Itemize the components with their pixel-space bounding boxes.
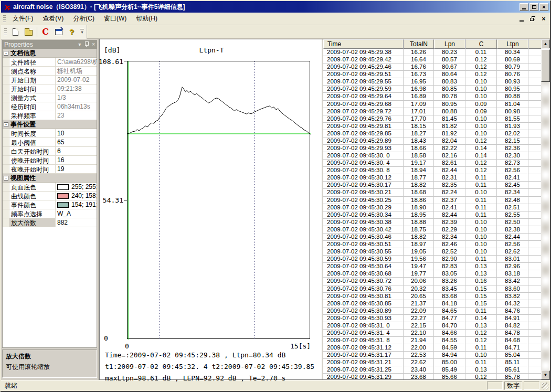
menu-view[interactable]: 查看(V) <box>38 13 68 25</box>
collapse-icon[interactable]: - <box>4 122 8 127</box>
property-value[interactable]: 栎社机场 <box>56 67 97 75</box>
table-scrollbar[interactable]: ▲ ▼ <box>541 39 550 379</box>
collapse-icon[interactable]: - <box>4 51 8 56</box>
property-row[interactable]: 事件颜色154; 191; 18 <box>3 200 97 209</box>
table-row[interactable]: 2009-07-02 09:45:30. 818.9482.440.1282.5… <box>323 167 541 174</box>
table-row[interactable]: 2009-07-02 09:45:31.1722.5384.940.1085.0… <box>323 352 541 359</box>
category-row[interactable]: -视图属性 <box>3 174 97 183</box>
table-row[interactable]: 2009-07-02 09:45:30.7620.3283.450.1583.6… <box>323 285 541 293</box>
table-row[interactable]: 2009-07-02 09:45:29.7217.0180.880.0980.9… <box>323 108 541 115</box>
menu-grip[interactable] <box>3 15 6 23</box>
table-row[interactable]: 2009-07-02 09:45:30.7220.0683.260.1683.4… <box>323 278 541 285</box>
table-row[interactable]: 2009-07-02 09:45:30. 018.5882.160.1482.3… <box>323 152 541 160</box>
property-value[interactable]: 09:21:38 <box>56 84 97 93</box>
property-value[interactable]: 154; 191; 18 <box>56 200 97 209</box>
table-row[interactable]: 2009-07-02 09:45:30.8120.6583.680.1583.8… <box>323 293 541 300</box>
column-header-Ltpn[interactable]: Ltpn <box>497 39 528 49</box>
property-row[interactable]: 经历时间06h34m13s <box>3 102 97 111</box>
table-row[interactable]: 2009-07-02 09:45:29.3816.2680.230.1180.3… <box>323 49 541 56</box>
panel-close-icon[interactable]: × <box>92 42 95 47</box>
table-row[interactable]: 2009-07-02 09:45:29.8118.1581.820.1081.9… <box>323 123 541 130</box>
table-row[interactable]: 2009-07-02 09:45:30.2118.6882.240.1082.3… <box>323 189 541 196</box>
collapse-icon[interactable]: - <box>4 176 8 181</box>
table-row[interactable]: 2009-07-02 09:45:29.6416.8980.780.1080.8… <box>323 93 541 100</box>
table-row[interactable]: 2009-07-02 09:45:30.2518.8682.370.1182.4… <box>323 197 541 204</box>
property-row[interactable]: 测量方式1/3 <box>3 93 97 102</box>
table-row[interactable]: 2009-07-02 09:45:31.2122.6285.000.1185.1… <box>323 359 541 366</box>
table-row[interactable]: 2009-07-02 09:45:29.4616.7680.670.1280.7… <box>323 63 541 71</box>
table-row[interactable]: 2009-07-02 09:45:30.4218.7582.290.1082.3… <box>323 226 541 234</box>
close-button[interactable]: × <box>539 3 548 11</box>
property-value[interactable]: 882 <box>56 218 97 227</box>
help-button[interactable]: ? <box>66 26 78 38</box>
chart-panel[interactable]: [dB] Ltpn-T 108.61 54.31 0 0 15[s] Time=… <box>100 39 323 379</box>
category-row[interactable]: -事件设置 <box>3 120 97 129</box>
toolbar-grip[interactable] <box>4 28 7 36</box>
c-weighting-button[interactable]: C <box>39 26 51 38</box>
property-row[interactable]: 测点名称栎社机场 <box>3 67 97 76</box>
property-row[interactable]: 夜晚开始时间19 <box>3 165 97 174</box>
property-value[interactable]: W_A <box>56 209 97 218</box>
table-row[interactable]: 2009-07-02 09:45:31.2523.4085.490.1385.6… <box>323 366 541 374</box>
scrollbar-thumb[interactable] <box>541 49 550 82</box>
property-value[interactable]: 240; 158; 15 <box>56 192 97 200</box>
table-row[interactable]: 2009-07-02 09:45:29.5916.9880.850.1080.9… <box>323 86 541 93</box>
column-header-TotalN[interactable]: TotalN <box>404 39 434 49</box>
table-row[interactable]: 2009-07-02 09:45:30.2918.9082.410.1182.5… <box>323 204 541 211</box>
menu-window[interactable]: 窗口(W) <box>99 13 131 25</box>
property-value[interactable]: 23 <box>56 111 97 120</box>
table-row[interactable]: 2009-07-02 09:45:30.5519.0582.520.1082.6… <box>323 248 541 256</box>
table-row[interactable]: 2009-07-02 09:45:29.8918.4382.040.1282.1… <box>323 137 541 145</box>
table-row[interactable]: 2009-07-02 09:45:31. 422.1084.660.1284.7… <box>323 330 541 337</box>
property-row[interactable]: 页面底色255; 255; 25 <box>3 183 97 192</box>
mdi-close-button[interactable]: × <box>539 15 548 23</box>
resize-grip[interactable] <box>542 383 548 389</box>
column-header-Time[interactable]: Time <box>323 39 404 49</box>
property-row[interactable]: 白天开始时间6 <box>3 147 97 156</box>
pin-icon[interactable] <box>84 41 89 47</box>
table-row[interactable]: 2009-07-02 09:45:30.3818.8882.390.1082.5… <box>323 219 541 226</box>
menu-help[interactable]: 帮助(H) <box>131 13 162 25</box>
table-row[interactable]: 2009-07-02 09:45:30.4618.8282.340.1082.4… <box>323 234 541 241</box>
menu-file[interactable]: 文件(F) <box>8 13 38 25</box>
table-row[interactable]: 2009-07-02 09:45:30. 419.1782.610.1282.7… <box>323 160 541 167</box>
table-row[interactable]: 2009-07-02 09:45:30.3418.9582.440.1182.5… <box>323 211 541 219</box>
property-row[interactable]: 放大倍数882 <box>3 218 97 227</box>
property-value[interactable]: 6 <box>56 147 97 155</box>
minimize-button[interactable] <box>520 3 528 11</box>
table-row[interactable]: 2009-07-02 09:45:31.1222.0084.590.1184.7… <box>323 344 541 352</box>
table-row[interactable]: 2009-07-02 09:45:30.9322.2784.770.1484.9… <box>323 315 541 322</box>
table-row[interactable]: 2009-07-02 09:45:29.5116.7380.640.1280.7… <box>323 71 541 78</box>
table-row[interactable]: 2009-07-02 09:45:31.2923.6885.660.1285.7… <box>323 374 541 379</box>
property-row[interactable]: 傍晚开始时间16 <box>3 156 97 165</box>
table-row[interactable]: 2009-07-02 09:45:29.7617.7081.450.1081.5… <box>323 115 541 123</box>
property-row[interactable]: 开始日期2009-07-02 <box>3 76 97 84</box>
property-value[interactable]: 19 <box>56 165 97 173</box>
table-row[interactable]: 2009-07-02 09:45:29.5516.9580.830.1080.9… <box>323 78 541 86</box>
maximize-button[interactable] <box>529 3 538 11</box>
property-row[interactable]: 采样频率23 <box>3 111 97 120</box>
property-row[interactable]: 开始时间09:21:38 <box>3 84 97 93</box>
table-row[interactable]: 2009-07-02 09:45:30.1218.7782.310.1182.4… <box>323 174 541 182</box>
table-row[interactable]: 2009-07-02 09:45:29.4216.6480.570.1280.6… <box>323 56 541 63</box>
table-row[interactable]: 2009-07-02 09:45:30.6819.7783.050.1383.1… <box>323 270 541 278</box>
table-row[interactable]: 2009-07-02 09:45:30.1718.8282.350.1182.4… <box>323 182 541 189</box>
property-value[interactable]: 65 <box>56 138 97 146</box>
table-row[interactable]: 2009-07-02 09:45:30.5118.9782.460.1082.5… <box>323 241 541 248</box>
scroll-up-button[interactable]: ▲ <box>541 39 550 48</box>
table-row[interactable]: 2009-07-02 09:45:29.6817.0980.950.0981.0… <box>323 101 541 108</box>
properties-button[interactable] <box>52 26 65 38</box>
table-row[interactable]: 2009-07-02 09:45:31. 022.1584.700.1384.8… <box>323 322 541 330</box>
table-row[interactable]: 2009-07-02 09:45:30.8922.0984.650.1184.7… <box>323 308 541 315</box>
column-header-Lpn[interactable]: Lpn <box>434 39 465 49</box>
panel-menu-chevron-icon[interactable]: ▾ <box>78 42 81 47</box>
open-file-button[interactable] <box>23 26 35 38</box>
table-row[interactable]: 2009-07-02 09:45:29.8518.2781.920.1082.0… <box>323 130 541 137</box>
property-value[interactable]: 1/3 <box>56 93 97 102</box>
table-row[interactable]: 2009-07-02 09:45:31. 821.9484.550.1284.6… <box>323 337 541 344</box>
property-value[interactable]: 255; 255; 25 <box>56 183 97 191</box>
property-row[interactable]: 时间长度10 <box>3 129 97 138</box>
menu-analysis[interactable]: 分析(C) <box>68 13 99 25</box>
property-value[interactable]: 10 <box>56 129 97 137</box>
table-row[interactable]: 2009-07-02 09:45:30.6419.4782.830.1382.9… <box>323 263 541 270</box>
